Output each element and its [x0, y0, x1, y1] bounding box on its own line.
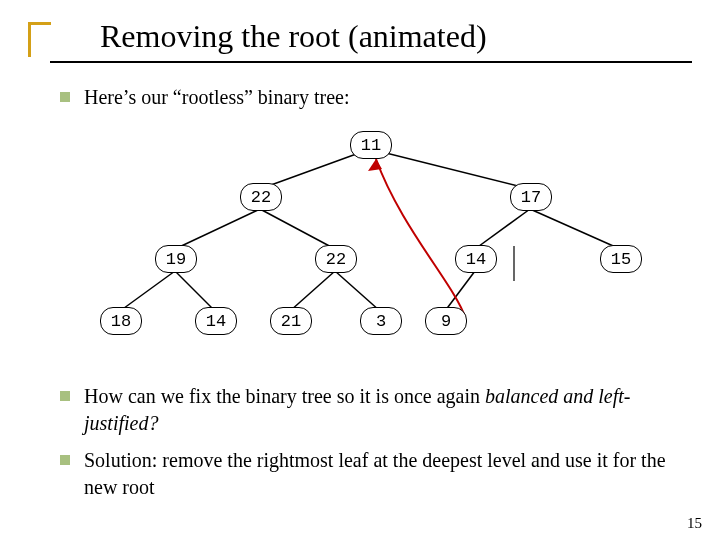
tree-node-rightmost-leaf: 9: [425, 307, 467, 335]
bullet-solution: Solution: remove the rightmost leaf at t…: [60, 447, 680, 501]
tree-node: 17: [510, 183, 552, 211]
svg-line-7: [175, 271, 215, 311]
bullet-icon: [60, 92, 70, 102]
title-underline: [50, 61, 692, 63]
tree-node-root: 11: [350, 131, 392, 159]
bullet-icon: [60, 391, 70, 401]
tree-node: 14: [195, 307, 237, 335]
slide-number: 15: [687, 515, 702, 532]
intro-text: Here’s our “rootless” binary tree:: [84, 84, 349, 111]
bullet-intro: Here’s our “rootless” binary tree:: [60, 84, 680, 111]
svg-line-2: [175, 209, 260, 249]
title-bar: Removing the root (animated): [28, 18, 692, 63]
tree-node: 19: [155, 245, 197, 273]
svg-line-4: [475, 209, 530, 249]
svg-line-5: [530, 209, 620, 249]
slide-title: Removing the root (animated): [100, 18, 692, 55]
svg-line-9: [335, 271, 380, 311]
tree-node: 22: [315, 245, 357, 273]
tree-node: 18: [100, 307, 142, 335]
title-accent-icon: [28, 22, 51, 57]
tree-node: 14: [455, 245, 497, 273]
question-text: How can we fix the binary tree so it is …: [84, 383, 680, 437]
arrow-icon: [368, 159, 465, 317]
tree-node: 3: [360, 307, 402, 335]
tree-node: 15: [600, 245, 642, 273]
svg-line-1: [370, 149, 530, 189]
svg-marker-11: [368, 159, 382, 171]
after-bullets: How can we fix the binary tree so it is …: [60, 383, 680, 501]
svg-line-3: [260, 209, 335, 249]
bullet-question: How can we fix the binary tree so it is …: [60, 383, 680, 437]
solution-text: Solution: remove the rightmost leaf at t…: [84, 447, 680, 501]
binary-tree-diagram: 11 22 17 19 22 14 15 18 14 21 3 9: [60, 121, 680, 371]
tree-node: 21: [270, 307, 312, 335]
tree-node: 22: [240, 183, 282, 211]
bullet-icon: [60, 455, 70, 465]
svg-line-6: [120, 271, 175, 311]
svg-line-8: [290, 271, 335, 311]
slide-body: Here’s our “rootless” binary tree:: [60, 84, 680, 511]
